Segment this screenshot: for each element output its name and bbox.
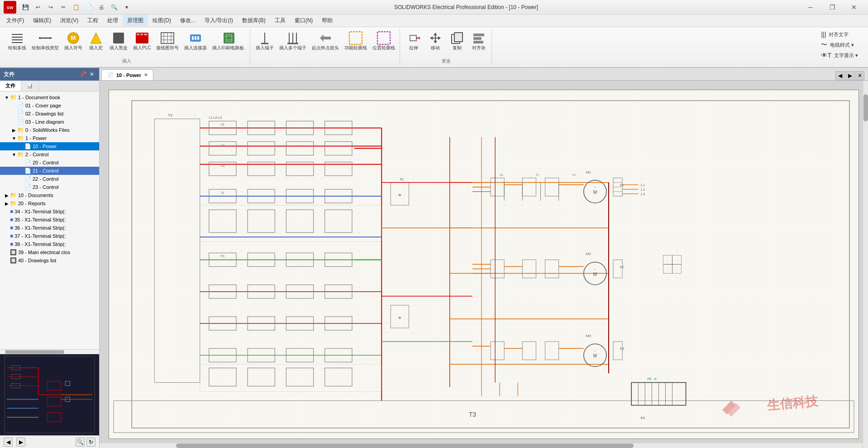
svg-text:M: M bbox=[593, 190, 597, 195]
copy-btn[interactable]: 📋 bbox=[71, 2, 81, 13]
tb-insert-macro[interactable]: 插入宏 bbox=[86, 30, 106, 52]
tree-item-x1-35[interactable]: ■ 35 - X1-Terminal Strip(: bbox=[0, 216, 99, 224]
tb-align[interactable]: 对齐块 bbox=[469, 30, 489, 52]
tree-item-x1-34[interactable]: ■ 34 - X1-Terminal Strip(: bbox=[0, 207, 99, 216]
file-tree[interactable]: ▼ 📁 1 - Document book 📄 01 - Cover page … bbox=[0, 92, 99, 349]
tree-hscroll[interactable] bbox=[0, 349, 99, 354]
tab-nav-prev[interactable]: ◀ bbox=[835, 71, 844, 80]
menu-modify[interactable]: 修改... bbox=[176, 15, 200, 26]
tree-item-reports[interactable]: ▶ 📁 20 - Reports bbox=[0, 199, 99, 207]
tree-item-x1-38[interactable]: ■ 38 - X1-Terminal Strip(: bbox=[0, 240, 99, 248]
panel-zoom-btn[interactable]: 🔍 bbox=[76, 438, 85, 447]
tree-item-control-folder[interactable]: ▼ 📁 2 - Control bbox=[0, 150, 99, 159]
tree-item-control-20[interactable]: 📄 20 - Control bbox=[0, 159, 99, 167]
tb-func-outline[interactable]: 功能轮廓线 bbox=[343, 30, 369, 52]
menu-draw[interactable]: 绘图(D) bbox=[148, 15, 176, 26]
restore-btn[interactable]: ❐ bbox=[822, 1, 843, 14]
insert-plc-icon bbox=[135, 31, 149, 45]
tree-toggle-doc-book[interactable]: ▼ bbox=[4, 95, 10, 100]
tb-wire-style[interactable]: 〜 电线样式 ▾ bbox=[818, 40, 861, 50]
panel-nav-right[interactable]: ▶ bbox=[16, 438, 25, 447]
tb-move[interactable]: 移动 bbox=[425, 30, 445, 52]
menu-file[interactable]: 文件(F) bbox=[2, 15, 29, 26]
tree-item-x1-37[interactable]: ■ 37 - X1-Terminal Strip(: bbox=[0, 232, 99, 240]
svg-text:⊕: ⊕ bbox=[398, 193, 401, 197]
redo-btn[interactable]: ↪ bbox=[45, 2, 56, 13]
tb-align-text[interactable]: ||| 对齐文字 bbox=[818, 30, 861, 39]
tb-pos-outline[interactable]: 位置轮廓线 bbox=[371, 30, 397, 52]
tb-insert-pcb[interactable]: 插入印刷电路板. bbox=[210, 30, 247, 52]
tree-toggle-reports[interactable]: ▶ bbox=[4, 201, 10, 206]
menu-process[interactable]: 处理 bbox=[103, 15, 123, 26]
tb-insert-connector[interactable]: 插入连接器 bbox=[182, 30, 209, 52]
save-btn[interactable]: 💾 bbox=[20, 2, 31, 13]
menu-help[interactable]: 帮助 bbox=[317, 15, 337, 26]
tab-nav-next[interactable]: ▶ bbox=[845, 71, 854, 80]
search-btn[interactable]: 🔍 bbox=[109, 2, 119, 13]
tab-close-btn[interactable]: ✕ bbox=[144, 72, 148, 77]
menu-schematic[interactable]: 原理图 bbox=[123, 15, 148, 26]
tb-text-display[interactable]: 👁T 文字显示 ▾ bbox=[818, 51, 861, 60]
tb-draw-multiline[interactable]: 绘制多线 bbox=[6, 30, 28, 52]
canvas-hscroll[interactable] bbox=[100, 443, 863, 448]
tab-file[interactable]: 文件 bbox=[0, 81, 21, 91]
minimize-btn[interactable]: ─ bbox=[800, 1, 821, 14]
tab-chart[interactable]: 📊 bbox=[21, 81, 39, 91]
tree-toggle-docs[interactable]: ▶ bbox=[4, 193, 10, 198]
canvas-area[interactable]: T3 bbox=[100, 81, 868, 448]
panel-pin-btn[interactable]: 📌 bbox=[79, 71, 86, 78]
menu-view[interactable]: 浏览(V) bbox=[56, 15, 83, 26]
panel-nav-left[interactable]: ◀ bbox=[4, 438, 13, 447]
tree-item-cover[interactable]: 📄 01 - Cover page bbox=[0, 101, 99, 110]
svg-text:N: N bbox=[654, 377, 656, 381]
tb-insert-multi-terminal[interactable]: 插入多个端子 bbox=[277, 30, 308, 52]
drawing-tab-power[interactable]: 📄 10 - Power ✕ bbox=[101, 69, 153, 80]
tree-item-doc-book[interactable]: ▼ 📁 1 - Document book bbox=[0, 93, 99, 101]
menu-tools[interactable]: 工具 bbox=[270, 15, 290, 26]
menu-edit[interactable]: 编辑(E) bbox=[29, 15, 56, 26]
hscroll-canvas-thumb[interactable] bbox=[176, 443, 634, 448]
undo-btn[interactable]: ↩ bbox=[33, 2, 43, 13]
schematic-canvas: T3 bbox=[109, 90, 859, 439]
menu-window[interactable]: 窗口(N) bbox=[290, 15, 318, 26]
tree-item-sw-files[interactable]: ▶ 📁 0 - SolidWorks Files bbox=[0, 126, 99, 134]
vscroll-thumb[interactable] bbox=[863, 94, 868, 121]
canvas-vscroll[interactable] bbox=[863, 81, 868, 448]
tree-item-power-10[interactable]: 📄 10 - Power bbox=[0, 142, 99, 150]
tb-copy[interactable]: 复制 bbox=[447, 30, 467, 52]
tb-draw-singleline[interactable]: 绘制单线类型 bbox=[30, 30, 61, 52]
tree-item-control-22[interactable]: 📄 22 - Control bbox=[0, 175, 99, 183]
tb-wiring-symbol[interactable]: 接线图符号 bbox=[154, 30, 181, 52]
tree-item-drawings-list[interactable]: 📄 02 - Drawings list bbox=[0, 110, 99, 118]
tb-insert-plc[interactable]: 插入PLC bbox=[131, 30, 153, 52]
tb-insert-blackbox[interactable]: 插入黑盒 bbox=[108, 30, 129, 52]
tree-item-line-diag[interactable]: 📄 03 - Line diagram bbox=[0, 118, 99, 126]
tree-item-documents[interactable]: ▶ 📁 10 - Documents bbox=[0, 191, 99, 199]
tree-item-power-folder[interactable]: ▼ 📁 1 - Power bbox=[0, 134, 99, 142]
paste-btn[interactable]: 📄 bbox=[83, 2, 94, 13]
close-btn[interactable]: ✕ bbox=[844, 1, 864, 14]
tree-toggle-sw[interactable]: ▶ bbox=[11, 128, 17, 133]
tree-item-control-23[interactable]: 📄 23 - Control bbox=[0, 183, 99, 191]
print-btn[interactable]: 🖨 bbox=[96, 2, 107, 13]
tb-insert-arrow[interactable]: 起点终点箭头 bbox=[310, 30, 341, 52]
menu-import[interactable]: 导入/导出(I) bbox=[200, 15, 238, 26]
tree-item-x1-36[interactable]: ■ 36 - X1-Terminal Strip(: bbox=[0, 224, 99, 232]
tree-item-main-elec[interactable]: 🔲 39 - Main electrical clos bbox=[0, 248, 99, 256]
expand-btn[interactable]: ▾ bbox=[121, 2, 132, 13]
tb-stretch[interactable]: 拉伸 bbox=[404, 30, 424, 52]
tree-toggle-power[interactable]: ▼ bbox=[11, 136, 17, 141]
tree-item-drawings-40[interactable]: 🔲 40 - Drawings list bbox=[0, 256, 99, 265]
panel-close-btn[interactable]: ✕ bbox=[88, 71, 95, 78]
svg-rect-26 bbox=[197, 36, 199, 40]
tab-nav-close[interactable]: ✕ bbox=[855, 71, 864, 80]
cut-btn[interactable]: ✂ bbox=[58, 2, 69, 13]
tree-toggle-control[interactable]: ▼ bbox=[11, 152, 17, 157]
menu-project[interactable]: 工程 bbox=[83, 15, 103, 26]
tb-insert-terminal[interactable]: 插入端子 bbox=[254, 30, 276, 52]
panel-refresh-btn[interactable]: ↻ bbox=[86, 438, 95, 447]
menu-database[interactable]: 数据库(B) bbox=[238, 15, 270, 26]
tb-insert-symbol[interactable]: M 插入符号 bbox=[62, 30, 84, 52]
hscroll-thumb[interactable] bbox=[5, 350, 64, 354]
tree-item-control-21[interactable]: 📄 21 - Control bbox=[0, 167, 99, 175]
